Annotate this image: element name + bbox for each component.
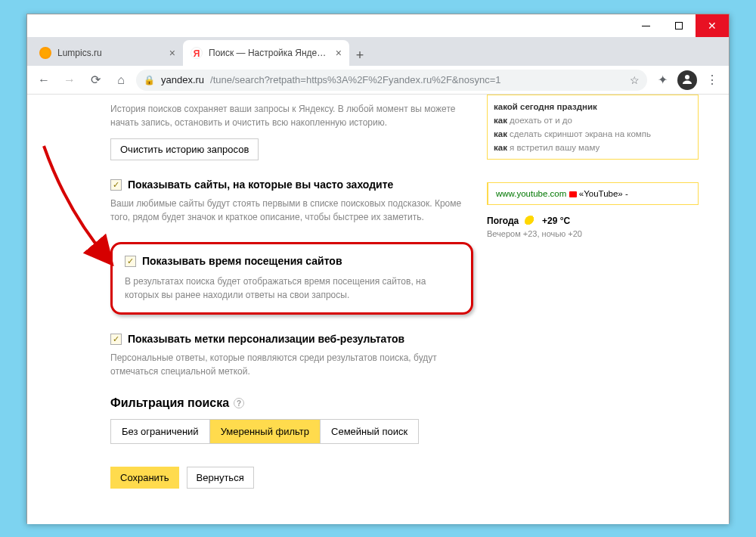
new-tab-button[interactable]: + — [349, 45, 370, 66]
titlebar: ✕ — [27, 14, 729, 37]
clear-history-button[interactable]: Очистить историю запросов — [110, 138, 259, 160]
settings-main: История поисков сохраняет ваши запросы к… — [110, 102, 473, 489]
weather-widget: Погода +29 °C Вечером +23, ночью +20 — [487, 216, 699, 238]
favicon-icon — [39, 47, 51, 59]
profile-avatar[interactable] — [677, 70, 697, 90]
page-content[interactable]: История поисков сохраняет ваши запросы к… — [27, 95, 729, 524]
tab-yandex-settings[interactable]: Я Поиск — Настройка Яндекса × — [183, 40, 349, 66]
filter-option-none[interactable]: Без ограничений — [111, 420, 210, 443]
action-row: Сохранить Вернуться — [110, 467, 473, 489]
favicon-icon: Я — [191, 47, 203, 59]
suggestion-line: какой сегодня праздник — [494, 100, 692, 113]
suggestions-box: какой сегодня праздник как доехать от и … — [487, 95, 699, 160]
checkbox-label: Показывать сайты, на которые вы часто за… — [128, 178, 393, 191]
suggestion-line: как я встретил вашу маму — [494, 141, 692, 154]
checkbox-label: Показывать метки персонализации веб-резу… — [128, 333, 404, 345]
extensions-icon[interactable]: ✦ — [652, 70, 673, 91]
tabstrip: Lumpics.ru × Я Поиск — Настройка Яндекса… — [27, 37, 729, 66]
lock-icon: 🔒 — [144, 75, 155, 85]
checkbox-personalize[interactable]: ✓ — [110, 334, 122, 345]
tab-close-icon[interactable]: × — [169, 47, 175, 59]
sidebar-preview: какой сегодня праздник как доехать от и … — [487, 95, 699, 238]
tab-close-icon[interactable]: × — [336, 47, 342, 59]
url-path: /tune/search?retpath=https%3A%2F%2Fyande… — [210, 74, 500, 85]
history-description: История поисков сохраняет ваши запросы к… — [110, 102, 473, 129]
option-description: Персональные ответы, которые появляются … — [110, 351, 473, 378]
filter-option-family[interactable]: Семейный поиск — [321, 420, 418, 443]
weather-label: Погода — [487, 216, 519, 226]
back-button[interactable]: Вернуться — [187, 467, 254, 489]
site-url: www.youtube.com — [496, 189, 566, 198]
filter-option-moderate[interactable]: Умеренный фильтр — [210, 420, 321, 443]
site-title: «YouTube» - — [579, 189, 628, 198]
save-button[interactable]: Сохранить — [110, 467, 179, 489]
tab-title: Lumpics.ru — [57, 48, 163, 58]
suggestion-line: как сделать скриншот экрана на компь — [494, 127, 692, 141]
reload-button[interactable]: ⟳ — [85, 70, 106, 91]
maximize-button[interactable] — [662, 14, 696, 37]
filter-section: Фильтрация поиска ? Без ограничений Умер… — [110, 396, 473, 444]
checkbox-label: Показывать время посещения сайтов — [142, 255, 342, 267]
checkbox-visit-time[interactable]: ✓ — [125, 256, 136, 267]
browser-window: ✕ Lumpics.ru × Я Поиск — Настройка Яндек… — [26, 14, 730, 523]
toolbar: ← → ⟳ ⌂ 🔒 yandex.ru/tune/search?retpath=… — [27, 66, 729, 95]
option-visit-time-highlighted: ✓ Показывать время посещения сайтов В ре… — [110, 242, 473, 315]
youtube-icon — [569, 191, 577, 197]
option-frequent-sites: ✓ Показывать сайты, на которые вы часто … — [110, 178, 473, 224]
tab-lumpics[interactable]: Lumpics.ru × — [32, 40, 183, 66]
weather-temp: +29 °C — [542, 216, 570, 226]
tab-title: Поиск — Настройка Яндекса — [209, 48, 330, 58]
annotation-arrow-icon — [36, 142, 119, 271]
back-button[interactable]: ← — [33, 70, 54, 91]
option-personalization: ✓ Показывать метки персонализации веб-ре… — [110, 333, 473, 378]
minimize-button[interactable] — [629, 14, 662, 37]
address-bar[interactable]: 🔒 yandex.ru/tune/search?retpath=https%3A… — [136, 70, 647, 91]
option-description: Ваши любимые сайты будут стоять первыми … — [110, 197, 473, 224]
option-description: В результатах поиска будет отображаться … — [125, 275, 459, 302]
site-preview-box: www.youtube.com «YouTube» - — [487, 182, 699, 205]
home-button[interactable]: ⌂ — [110, 70, 132, 91]
filter-segmented: Без ограничений Умеренный фильтр Семейны… — [110, 419, 419, 444]
close-button[interactable]: ✕ — [696, 14, 729, 37]
help-icon[interactable]: ? — [234, 398, 244, 408]
weather-icon — [525, 216, 537, 228]
menu-button[interactable]: ⋮ — [702, 70, 723, 91]
bookmark-icon[interactable]: ☆ — [630, 74, 640, 86]
filter-heading: Фильтрация поиска — [110, 396, 229, 410]
suggestion-line: как доехать от и до — [494, 113, 692, 127]
url-domain: yandex.ru — [161, 74, 204, 85]
forward-button[interactable]: → — [59, 70, 80, 91]
weather-sub: Вечером +23, ночью +20 — [487, 229, 699, 238]
